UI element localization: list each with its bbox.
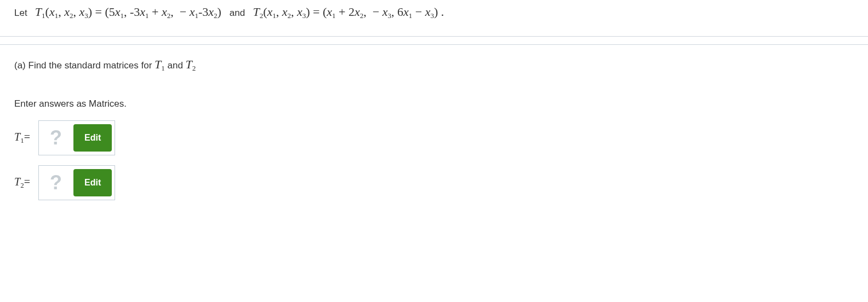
edit-button[interactable]: Edit (73, 169, 112, 196)
let-line: Let T1(x1, x2, x3) = (5x1, -3x1 + x2, − … (14, 2, 854, 22)
t2-label: T2= (14, 176, 34, 190)
edit-button[interactable]: Edit (73, 124, 112, 152)
t1-definition: T1(x1, x2, x3) = (5x1, -3x1 + x2, − x1-3… (35, 5, 225, 19)
question-mark-icon: ? (40, 171, 72, 194)
enter-instruction: Enter answers as Matrices. (14, 98, 854, 109)
answer-row-t1: T1= ? Edit (14, 120, 854, 155)
and-word: and (230, 8, 245, 18)
t2-definition: T2(x1, x2, x3) = (x1 + 2x2, − x3, 6x1 − … (253, 5, 444, 19)
let-word: Let (14, 8, 27, 18)
t1-label: T1= (14, 131, 34, 145)
prompt-pre: (a) Find the standard matrices for (14, 60, 155, 71)
answer-row-t2: T2= ? Edit (14, 165, 854, 200)
problem-statement: Let T1(x1, x2, x3) = (5x1, -3x1 + x2, − … (0, 0, 868, 37)
prompt-t2: T2 (186, 57, 196, 71)
t1-answer-box[interactable]: ? Edit (38, 120, 115, 155)
question-mark-icon: ? (40, 126, 72, 149)
part-a-prompt: (a) Find the standard matrices for T1 an… (14, 55, 854, 74)
prompt-mid: and (165, 60, 186, 71)
part-a: (a) Find the standard matrices for T1 an… (0, 44, 868, 224)
prompt-t1: T1 (155, 57, 165, 71)
t2-answer-box[interactable]: ? Edit (38, 165, 115, 200)
